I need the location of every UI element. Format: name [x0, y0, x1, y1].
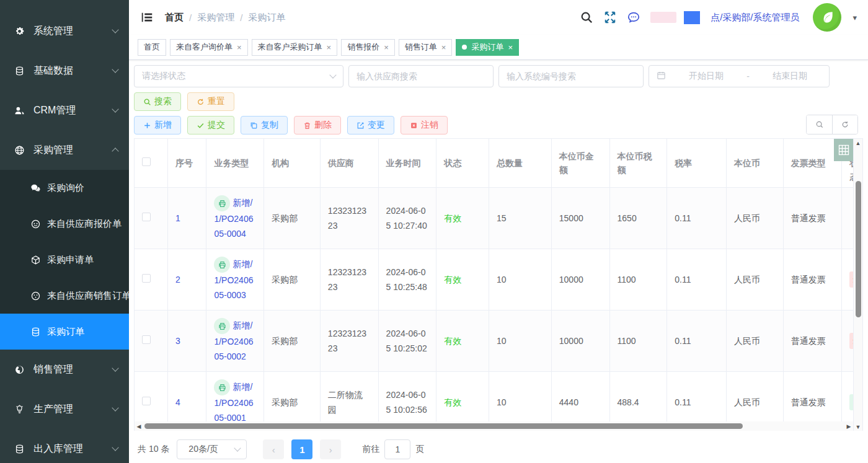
supplier-cell: 1232312323	[320, 311, 378, 372]
close-icon[interactable]: ×	[327, 43, 332, 52]
chat-icon	[30, 182, 41, 193]
scroll-right-icon[interactable]: ▶	[844, 423, 853, 430]
col-header-status[interactable]: 状态	[436, 139, 489, 188]
sidebar-item-sales-mgmt[interactable]: 销售管理	[0, 350, 129, 389]
supplier-search-input[interactable]	[356, 71, 485, 81]
status-select[interactable]: 请选择状态	[134, 65, 343, 87]
cancel-button[interactable]: 注销	[401, 116, 448, 134]
org-cell: 采购部	[264, 249, 321, 311]
col-header-biz-time[interactable]: 业务时间	[378, 139, 436, 188]
page-size-select[interactable]: 20条/页	[177, 439, 247, 459]
tax-cell: 1650	[609, 188, 667, 249]
add-button[interactable]: 新增	[134, 116, 181, 134]
search-button[interactable]: 搜索	[134, 92, 181, 111]
redacted-block	[684, 11, 700, 24]
table-header-row: 序号 业务类型 机构 供应商 业务时间 状态 总数量 本位币金额 本位币税额 税…	[135, 139, 863, 188]
rate-cell: 0.11	[667, 188, 727, 249]
table-row[interactable]: 1 新增/1/PO240605-0004 采购部 1232312323 2024…	[135, 188, 863, 249]
col-header-tax[interactable]: 本位币税额	[609, 139, 667, 188]
column-settings-icon[interactable]	[834, 139, 853, 161]
table-refresh-icon[interactable]	[832, 115, 857, 134]
sidebar-item-crm-mgmt[interactable]: CRM管理	[0, 90, 129, 130]
select-all-checkbox[interactable]	[142, 157, 151, 166]
sidebar-item-warehouse-mgmt[interactable]: 出入库管理	[0, 429, 129, 463]
scroll-left-icon[interactable]: ◀	[135, 423, 143, 430]
row-checkbox[interactable]	[142, 335, 151, 344]
chevron-down-icon	[112, 404, 118, 411]
next-page-button[interactable]: ›	[320, 439, 341, 459]
tab-sales-order[interactable]: 销售订单×	[399, 39, 453, 56]
col-header-seq[interactable]: 序号	[167, 139, 206, 188]
breadcrumb: 首页 / 采购管理 / 采购订单	[165, 12, 285, 24]
col-header-org[interactable]: 机构	[264, 139, 321, 188]
sidebar-toggle-icon[interactable]	[140, 11, 154, 24]
page-1-button[interactable]: 1	[291, 439, 312, 459]
reset-button[interactable]: 重置	[187, 92, 234, 111]
tab-home[interactable]: 首页	[138, 39, 166, 56]
prev-page-button[interactable]: ‹	[263, 439, 284, 459]
delete-button[interactable]: 删除	[294, 116, 341, 134]
table-search-icon[interactable]	[807, 115, 832, 134]
sidebar-item-purchase-mgmt[interactable]: 采购管理	[0, 130, 129, 170]
vertical-scroll-thumb[interactable]	[856, 181, 861, 317]
tab-customer-purchase-order[interactable]: 来自客户采购订单×	[252, 39, 338, 56]
col-header-amount[interactable]: 本位币金额	[551, 139, 609, 188]
printer-icon[interactable]	[214, 379, 230, 395]
printer-icon[interactable]	[214, 195, 230, 211]
close-icon[interactable]: ×	[237, 43, 242, 52]
invoice-cell: 普通发票	[783, 311, 842, 372]
user-menu-caret-icon[interactable]: ▾	[852, 13, 857, 22]
avatar[interactable]	[813, 3, 841, 32]
col-header-invoice[interactable]: 发票类型	[783, 139, 842, 188]
globe-icon	[14, 144, 25, 156]
sidebar-item-label: 采购询价	[47, 182, 84, 194]
goto-page-input[interactable]	[384, 439, 410, 459]
tab-customer-inquiry[interactable]: 来自客户询价单×	[170, 39, 248, 56]
table-row[interactable]: 3 新增/1/PO240605-0002 采购部 1232312323 2024…	[135, 311, 863, 372]
close-icon[interactable]: ×	[508, 43, 513, 52]
breadcrumb-separator: /	[189, 12, 192, 23]
sidebar-item-production-mgmt[interactable]: 生产管理	[0, 389, 129, 429]
user-role-label[interactable]: 点/采购部/系统管理员	[711, 12, 799, 24]
code-search-input[interactable]	[507, 71, 636, 81]
copy-button[interactable]: 复制	[241, 116, 288, 134]
close-icon[interactable]: ×	[384, 43, 389, 52]
sidebar-item-purchase-orders[interactable]: 采购订单	[0, 314, 129, 350]
sidebar-item-system-mgmt[interactable]: 系统管理	[0, 11, 129, 51]
horizontal-scroll-thumb[interactable]	[144, 423, 743, 429]
breadcrumb-home[interactable]: 首页	[165, 12, 184, 24]
horizontal-scrollbar[interactable]: ◀ ▶	[135, 421, 853, 431]
scroll-down-icon[interactable]: ▼	[856, 423, 861, 431]
tab-label: 来自客户采购订单	[258, 42, 322, 53]
currency-cell: 人民币	[727, 311, 784, 372]
tab-purchase-order-active[interactable]: 采购订单×	[456, 39, 519, 56]
sidebar-item-purchase-request[interactable]: 采购申请单	[0, 242, 129, 278]
table-row[interactable]: 2 新增/1/PO240605-0003 采购部 1232312323 2024…	[135, 249, 863, 311]
row-checkbox[interactable]	[142, 213, 151, 221]
row-checkbox[interactable]	[142, 397, 151, 405]
scroll-up-icon[interactable]: ▲	[856, 139, 861, 148]
printer-icon[interactable]	[214, 318, 230, 334]
sidebar-item-supplier-quotes[interactable]: 来自供应商报价单	[0, 206, 129, 242]
tabs-bar: 首页 来自客户询价单× 来自客户采购订单× 销售报价× 销售订单× 采购订单×	[129, 35, 868, 60]
row-checkbox[interactable]	[142, 274, 151, 283]
col-header-supplier[interactable]: 供应商	[320, 139, 378, 188]
col-header-rate[interactable]: 税率	[667, 139, 727, 188]
goto-page: 前往 页	[362, 439, 424, 459]
printer-icon[interactable]	[214, 257, 230, 273]
tab-sales-quote[interactable]: 销售报价×	[341, 39, 395, 56]
change-button[interactable]: 变更	[347, 116, 394, 134]
sidebar-item-purchase-inquiry[interactable]: 采购询价	[0, 170, 129, 206]
col-header-biz-type[interactable]: 业务类型	[206, 139, 264, 188]
sidebar-item-supplier-sales-orders[interactable]: 来自供应商销售订单	[0, 278, 129, 314]
vertical-scrollbar[interactable]: ▲ ▼	[853, 139, 862, 431]
col-header-currency[interactable]: 本位币	[727, 139, 784, 188]
fullscreen-icon[interactable]	[603, 11, 617, 24]
close-icon[interactable]: ×	[441, 43, 446, 52]
sidebar-item-base-data[interactable]: 基础数据	[0, 51, 129, 90]
submit-button[interactable]: 提交	[187, 116, 234, 134]
date-range-picker[interactable]: 开始日期 - 结束日期	[649, 65, 830, 87]
col-header-qty[interactable]: 总数量	[489, 139, 552, 188]
message-icon[interactable]	[627, 11, 640, 24]
search-icon[interactable]	[580, 11, 593, 24]
